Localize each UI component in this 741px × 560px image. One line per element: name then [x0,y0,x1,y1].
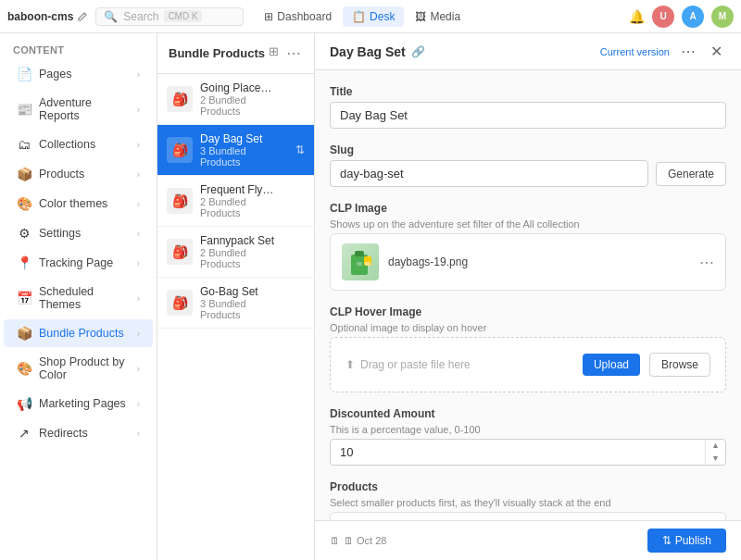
sidebar-item-collections[interactable]: 🗂 Collections › [4,131,153,158]
page-title: Day Bag Set [330,44,406,59]
sidebar-item-redirects[interactable]: ↗ Redirects › [4,419,153,447]
detail-content: Title Slug Generate CLP Image Shows up o… [315,70,741,520]
bundle-item-info: Frequent Flyer Set 2 Bundled Products [200,183,277,218]
version-label: Current version [600,46,670,57]
chevron-right-icon: › [137,169,140,180]
more-options-button[interactable]: ⋯ [677,41,699,62]
title-field-group: Title [330,85,726,129]
avatar-1: U [652,6,674,28]
chevron-right-icon: › [137,293,140,304]
sort-icon[interactable]: ⇅ [284,93,294,106]
bundle-item-icon: 🎒 [167,239,193,265]
clp-hover-field-group: CLP Hover Image Optional image to displa… [330,305,726,392]
bundle-panel-menu-icon[interactable]: ⋯ [284,43,303,64]
sidebar-item-tracking-page[interactable]: 📍 Tracking Page › [4,249,153,277]
image-menu-icon[interactable]: ⋯ [699,254,714,271]
edit-icon[interactable] [77,11,88,22]
discounted-input[interactable] [331,440,705,465]
image-thumbnail [342,243,379,280]
edit-icon[interactable]: ✏ [295,296,305,309]
chevron-right-icon: › [137,364,140,374]
bell-icon[interactable]: 🔔 [629,9,645,24]
scheduled-icon: 📅 [17,291,31,305]
bundle-icon: 📦 [17,326,31,341]
number-input-wrapper: ▲ ▼ [330,439,726,466]
bundle-panel-actions: ⊞ ⋯ [267,43,303,64]
generate-button[interactable]: Generate [656,162,726,186]
title-input[interactable] [330,102,726,129]
marketing-icon: 📢 [17,396,31,411]
bundle-item-info: Going Places Set 2 Bundled Products [200,81,277,117]
image-filename: daybags-19.png [388,255,690,268]
nav-dashboard[interactable]: ⊞ Dashboard [255,6,341,27]
bundle-item-info: Go-Bag Set 3 Bundled Products [200,285,277,320]
detail-title: Day Bag Set 🔗 [330,44,425,59]
search-bar[interactable]: 🔍 Search CMD K [95,7,244,26]
upload-button[interactable]: Upload [583,354,640,376]
sidebar-item-shop-product-by-color[interactable]: 🎨 Shop Product by Color › [4,349,153,388]
edit-icon[interactable]: ✏ [295,194,305,207]
chevron-right-icon: › [137,258,140,268]
bundle-item-actions: ⇅ [295,143,305,156]
close-button[interactable]: ✕ [707,41,726,62]
decrement-button[interactable]: ▼ [706,453,725,466]
bundle-products-panel: Bundle Products ⊞ ⋯ 🎒 Going Places Set 2… [157,33,315,560]
desk-icon: 📋 [352,10,366,23]
bundle-panel-title: Bundle Products [169,46,265,60]
topbar: baboon-cms 🔍 Search CMD K ⊞ Dashboard 📋 … [0,0,741,33]
sidebar-item-pages[interactable]: 📄 Pages › [4,60,153,88]
clp-image-desc: Shows up on the adventure set filter of … [330,218,726,230]
sidebar-section-title: Content [0,33,157,59]
chevron-right-icon: › [137,229,140,239]
bundle-item-frequent-flyer[interactable]: 🎒 Frequent Flyer Set 2 Bundled Products … [157,176,314,227]
tracking-icon: 📍 [17,255,31,270]
media-icon: 🖼 [415,10,426,23]
sort-icon[interactable]: ⇅ [284,194,294,207]
bundle-item-fannypack[interactable]: 🎒 Fannypack Set 2 Bundled Products ⇅ ✏ [157,227,314,278]
bundle-item-day-bag[interactable]: 🎒 Day Bag Set 3 Bundled Products ⇅ [157,125,314,176]
add-bundle-icon[interactable]: ⊞ [267,43,281,64]
nav-media[interactable]: 🖼 Media [406,6,470,27]
bundle-item-go-bag[interactable]: 🎒 Go-Bag Set 3 Bundled Products ⇅ ✏ [157,278,314,329]
increment-button[interactable]: ▲ [706,440,725,453]
title-label: Title [330,85,726,98]
sidebar-item-adventure-reports[interactable]: 📰 Adventure Reports › [4,90,153,129]
sort-icon[interactable]: ⇅ [284,245,294,258]
edit-icon[interactable]: ✏ [295,93,305,106]
upload-area: ⬆ Drag or paste file here Upload Browse [330,337,726,392]
bag-image-icon [344,245,377,279]
svg-rect-2 [357,262,362,266]
nav-desk[interactable]: 📋 Desk [343,6,404,27]
adventure-icon: 📰 [17,102,31,117]
calendar-icon: 🗓 [330,535,340,546]
publish-button[interactable]: ⇅ Publish [647,529,726,553]
sidebar-item-bundle-products[interactable]: 📦 Bundle Products › [4,319,153,347]
avatar-3: M [711,6,734,28]
chevron-right-icon: › [137,399,140,409]
bundle-item-icon: 🎒 [167,137,193,163]
topbar-right: 🔔 U A M [629,6,734,28]
sort-icon[interactable]: ⇅ [295,143,305,156]
app-logo: baboon-cms [7,10,88,23]
chevron-right-icon: › [137,105,140,115]
sidebar-item-color-themes[interactable]: 🎨 Color themes › [4,190,153,218]
sidebar-item-scheduled-themes[interactable]: 📅 Scheduled Themes › [4,279,153,317]
bundle-item-icon: 🎒 [167,290,193,316]
redirects-icon: ↗ [17,426,31,441]
main-layout: Content 📄 Pages › 📰 Adventure Reports › … [0,33,741,560]
sidebar-item-settings[interactable]: ⚙ Settings › [4,219,153,247]
sort-icon[interactable]: ⇅ [284,296,294,309]
link-icon[interactable]: 🔗 [411,45,425,58]
avatar-2: A [682,6,704,28]
browse-button[interactable]: Browse [649,353,710,377]
bundle-item-going-places[interactable]: 🎒 Going Places Set 2 Bundled Products ⇅ … [157,74,314,125]
sidebar-item-marketing-pages[interactable]: 📢 Marketing Pages › [4,390,153,417]
top-nav: ⊞ Dashboard 📋 Desk 🖼 Media [255,6,470,27]
sidebar-item-products[interactable]: 📦 Products › [4,160,153,188]
search-placeholder: Search [123,10,158,23]
slug-input[interactable] [330,160,648,187]
products-icon: 📦 [17,167,31,181]
edit-icon[interactable]: ✏ [295,245,305,258]
bundle-item-info: Day Bag Set 3 Bundled Products [200,132,288,168]
clp-image-container: daybags-19.png ⋯ [330,233,726,291]
